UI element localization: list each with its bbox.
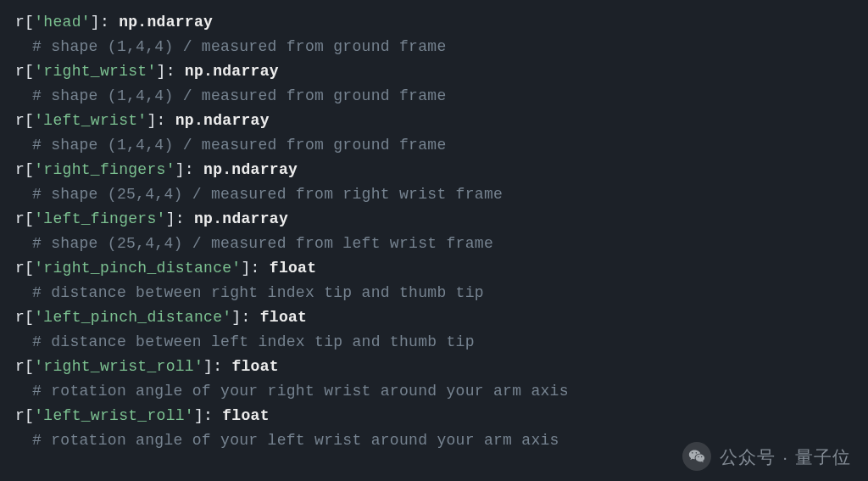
dict-key: 'right_pinch_distance' bbox=[34, 260, 241, 277]
comment: # rotation angle of your left wrist arou… bbox=[32, 432, 559, 449]
dict-key: 'left_pinch_distance' bbox=[34, 309, 231, 326]
type-annotation: np.ndarray bbox=[185, 63, 279, 80]
type-annotation: float bbox=[222, 407, 270, 424]
dict-key: 'right_wrist' bbox=[34, 63, 156, 80]
dict-key: 'left_fingers' bbox=[34, 210, 165, 227]
type-annotation: np.ndarray bbox=[119, 14, 213, 31]
code-comment-line: # rotation angle of your right wrist aro… bbox=[15, 379, 868, 404]
code-line: r['right_wrist_roll']: float bbox=[15, 355, 868, 379]
dict-key: 'left_wrist' bbox=[34, 112, 147, 129]
code-block: r['head']: np.ndarray # shape (1,4,4) / … bbox=[0, 0, 868, 453]
comment: # shape (25,4,4) / measured from left wr… bbox=[32, 235, 493, 252]
watermark: 公众号 · 量子位 bbox=[682, 442, 851, 471]
dict-key: 'right_fingers' bbox=[34, 161, 175, 178]
comment: # rotation angle of your right wrist aro… bbox=[32, 383, 569, 400]
code-line: r['left_pinch_distance']: float bbox=[15, 305, 868, 330]
code-comment-line: # shape (25,4,4) / measured from right w… bbox=[15, 182, 868, 207]
code-line: r['right_fingers']: np.ndarray bbox=[15, 158, 868, 182]
code-line: r['left_fingers']: np.ndarray bbox=[15, 207, 868, 232]
code-comment-line: # shape (25,4,4) / measured from left wr… bbox=[15, 232, 868, 256]
wechat-icon bbox=[682, 442, 711, 471]
type-annotation: np.ndarray bbox=[203, 161, 298, 178]
watermark-label-2: 量子位 bbox=[795, 445, 851, 469]
type-annotation: float bbox=[231, 358, 279, 375]
code-comment-line: # shape (1,4,4) / measured from ground f… bbox=[15, 133, 868, 158]
type-annotation: np.ndarray bbox=[194, 210, 288, 227]
code-line: r['left_wrist']: np.ndarray bbox=[15, 109, 868, 133]
code-comment-line: # shape (1,4,4) / measured from ground f… bbox=[15, 35, 868, 59]
dict-key: 'left_wrist_roll' bbox=[34, 407, 194, 424]
type-annotation: float bbox=[270, 260, 317, 277]
watermark-label-1: 公众号 bbox=[720, 445, 776, 469]
code-line: r['right_wrist']: np.ndarray bbox=[15, 59, 868, 84]
code-line: r['right_pinch_distance']: float bbox=[15, 256, 868, 281]
code-line: r['head']: np.ndarray bbox=[15, 10, 868, 35]
watermark-separator: · bbox=[782, 445, 788, 469]
type-annotation: np.ndarray bbox=[175, 112, 270, 129]
code-comment-line: # shape (1,4,4) / measured from ground f… bbox=[15, 84, 868, 109]
comment: # distance between right index tip and t… bbox=[32, 284, 484, 301]
comment: # distance between left index tip and th… bbox=[32, 333, 475, 350]
code-line: r['left_wrist_roll']: float bbox=[15, 404, 868, 428]
dict-key: 'head' bbox=[34, 14, 91, 31]
comment: # shape (25,4,4) / measured from right w… bbox=[32, 186, 503, 203]
code-comment-line: # distance between right index tip and t… bbox=[15, 281, 868, 305]
comment: # shape (1,4,4) / measured from ground f… bbox=[32, 87, 446, 104]
type-annotation: float bbox=[260, 309, 308, 326]
code-comment-line: # distance between left index tip and th… bbox=[15, 330, 868, 355]
comment: # shape (1,4,4) / measured from ground f… bbox=[32, 137, 446, 154]
comment: # shape (1,4,4) / measured from ground f… bbox=[32, 38, 446, 55]
dict-key: 'right_wrist_roll' bbox=[34, 358, 203, 375]
